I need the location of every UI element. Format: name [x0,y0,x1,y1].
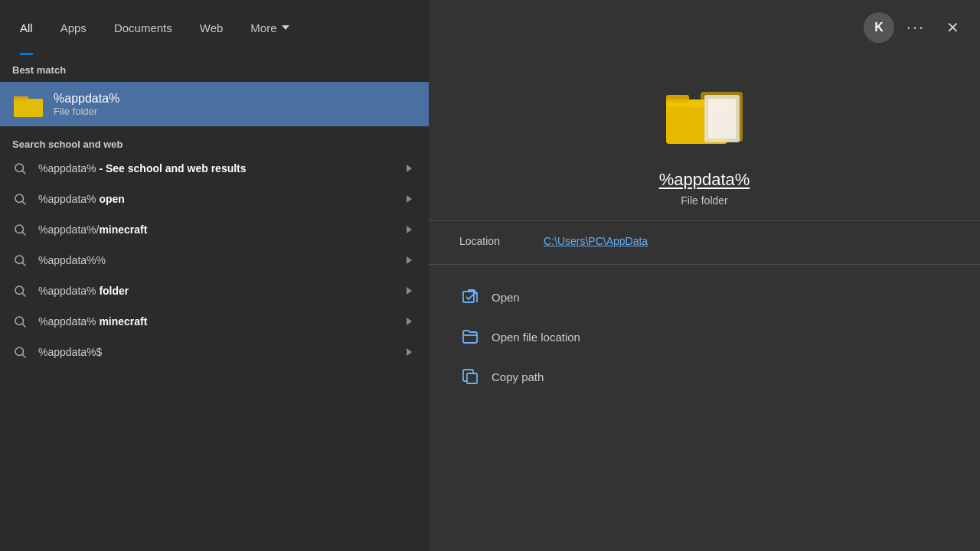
svg-line-14 [22,324,25,327]
svg-point-15 [15,347,24,356]
best-match-text: %appdata% File folder [54,92,119,117]
svg-line-8 [22,232,25,235]
chevron-right-3 [401,253,416,268]
tab-web[interactable]: Web [186,0,237,55]
svg-point-3 [15,164,24,172]
svg-rect-27 [467,373,477,383]
chevron-down-icon [282,25,289,30]
search-results-list: %appdata% - See school and web results %… [0,153,429,551]
search-item-2[interactable]: %appdata%/minecraft [0,214,429,245]
right-title: %appdata% [659,170,750,190]
open-label: Open [492,291,520,304]
search-item-3-text: %appdata%% [38,253,401,267]
chevron-right-5 [401,314,416,329]
svg-line-6 [22,201,25,204]
chevron-right-4 [401,283,416,298]
search-item-1[interactable]: %appdata% open [0,184,429,214]
svg-line-16 [22,354,25,357]
svg-point-5 [15,194,24,203]
location-label: Location [459,235,544,247]
best-match-title: %appdata% [54,92,119,106]
search-icon-2 [12,222,28,237]
chevron-right-0 [401,161,416,176]
svg-line-4 [22,171,25,174]
search-item-1-text: %appdata% open [38,192,401,206]
dots-icon: ··· [906,18,925,37]
search-icon-4 [12,283,28,298]
folder-icon-large [662,78,746,155]
search-item-0-text: %appdata% - See school and web results [38,161,401,175]
copy-path-action[interactable]: Copy path [447,357,962,396]
svg-rect-2 [14,99,43,117]
svg-rect-22 [708,99,736,139]
search-icon-1 [12,191,28,207]
search-web-label: Search school and web [0,132,429,153]
right-main-content: %appdata% File folder Location C:\Users\… [429,55,980,396]
chevron-right-1 [401,191,416,207]
open-file-location-label: Open file location [492,331,580,344]
chevron-right-6 [401,344,416,360]
right-subtitle: File folder [681,194,727,207]
search-item-5[interactable]: %appdata% minecraft [0,306,429,337]
search-icon-0 [12,161,28,176]
open-file-location-icon [459,326,481,347]
tab-documents[interactable]: Documents [100,0,186,55]
chevron-right-2 [401,222,416,237]
search-icon-3 [12,253,28,268]
top-nav: All Apps Documents Web More [0,0,429,55]
copy-path-icon [459,366,481,387]
close-button[interactable]: ✕ [937,12,968,43]
action-items: Open Open file location [429,277,980,396]
divider-2 [429,264,980,265]
search-item-2-text: %appdata%/minecraft [38,223,401,236]
right-top-bar: K ··· ✕ [429,0,980,55]
svg-line-12 [22,293,25,296]
close-icon: ✕ [946,18,959,37]
best-match-item[interactable]: %appdata% File folder [0,82,429,126]
divider-1 [429,220,980,221]
svg-point-11 [15,286,24,295]
search-item-3[interactable]: %appdata%% [0,245,429,276]
search-item-4[interactable]: %appdata% folder [0,276,429,306]
folder-icon-small [12,88,44,120]
more-options-button[interactable]: ··· [900,12,931,43]
open-file-location-action[interactable]: Open file location [447,317,962,357]
svg-line-10 [22,262,25,266]
svg-point-13 [15,317,24,325]
open-action[interactable]: Open [447,277,962,317]
search-item-5-text: %appdata% minecraft [38,315,401,328]
copy-path-label: Copy path [492,370,544,383]
tab-more[interactable]: More [237,0,302,55]
tab-all[interactable]: All [6,0,47,55]
best-match-label: Best match [0,55,429,82]
search-item-0[interactable]: %appdata% - See school and web results [0,153,429,184]
open-icon [459,286,481,308]
right-panel: K ··· ✕ %appdata% File folder Location [429,0,980,551]
search-item-6[interactable]: %appdata%$ [0,337,429,367]
location-value[interactable]: C:\Users\PC\AppData [544,235,648,247]
search-item-4-text: %appdata% folder [38,284,401,298]
tab-apps[interactable]: Apps [47,0,100,55]
user-avatar[interactable]: K [864,12,894,43]
best-match-subtitle: File folder [54,106,119,117]
search-icon-6 [12,344,28,360]
location-row: Location C:\Users\PC\AppData [429,235,980,247]
left-panel: All Apps Documents Web More Best match %… [0,0,429,551]
svg-point-7 [15,225,24,233]
svg-rect-23 [463,292,474,302]
search-item-6-text: %appdata%$ [38,345,401,359]
search-icon-5 [12,314,28,329]
svg-point-9 [15,256,24,264]
